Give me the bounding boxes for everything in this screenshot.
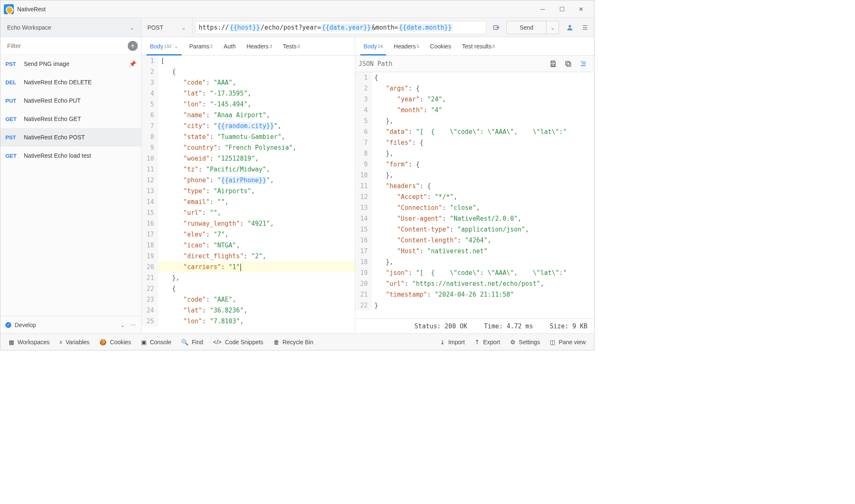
- response-tab-headers[interactable]: Headers5: [389, 37, 424, 55]
- save-icon[interactable]: [546, 57, 561, 71]
- line-number: 11: [355, 181, 372, 192]
- panes-icon: ◫: [550, 339, 555, 345]
- code-line: 7 "city": "{{random.city}}",: [142, 121, 355, 131]
- more-icon[interactable]: ⋯: [130, 322, 136, 328]
- url-variable: {{host}}: [229, 24, 261, 31]
- copy-icon[interactable]: [561, 57, 576, 71]
- http-method-value: POST: [147, 24, 163, 31]
- app-title: NativeRest: [17, 6, 46, 13]
- recycle-button[interactable]: 🗑Recycle Bin: [268, 334, 319, 350]
- code-line: 13 "Connection": "close",: [355, 202, 594, 213]
- svg-rect-5: [566, 61, 569, 65]
- request-tabs: Body192⌄Params2AuthHeaders3Tests8: [142, 37, 355, 55]
- gear-icon: ⚙: [510, 339, 516, 345]
- status-value: 200 OK: [445, 323, 467, 330]
- settings-button[interactable]: ⚙Settings: [505, 334, 545, 350]
- tab-label: Auth: [224, 43, 236, 50]
- tab-label: Headers: [246, 43, 268, 50]
- code-line: 19 "direct_flights": "2",: [142, 251, 355, 262]
- code-line: 22}: [355, 300, 594, 311]
- line-number: 5: [142, 99, 158, 110]
- jsonpath-input[interactable]: [359, 60, 546, 68]
- check-icon: ✓: [5, 322, 11, 328]
- response-tab-body[interactable]: Body24: [359, 37, 388, 55]
- request-bar: POST ⌄ https://{{host}}/echo/post?year={…: [142, 18, 594, 37]
- export-button[interactable]: ⤒Export: [470, 334, 505, 350]
- code-line: 20 "carriers": "1": [142, 262, 355, 272]
- line-number: 4: [355, 105, 372, 116]
- request-item[interactable]: DEL NativeRest Echo DELETE: [0, 73, 141, 91]
- import-icon: ⤓: [440, 339, 445, 345]
- variables-button[interactable]: xVariables: [55, 334, 95, 350]
- code-line: 15 "Content-type": "application/json",: [355, 224, 594, 235]
- url-text: &month=: [372, 24, 398, 31]
- line-number: 13: [142, 186, 158, 197]
- line-number: 20: [142, 262, 158, 272]
- filter-input[interactable]: [7, 42, 128, 49]
- tab-label: Tests: [283, 43, 297, 50]
- line-number: 1: [355, 72, 372, 83]
- console-button[interactable]: ▣Console: [136, 334, 176, 350]
- window-minimize-button[interactable]: ─: [533, 3, 552, 16]
- request-method: GET: [5, 153, 24, 159]
- request-pane: Body192⌄Params2AuthHeaders3Tests8 1[2 {3…: [142, 37, 355, 333]
- code-line: 17 "Host": "nativerest.net": [355, 246, 594, 257]
- window-close-button[interactable]: ✕: [572, 3, 591, 16]
- hamburger-menu-button[interactable]: ☰: [577, 21, 592, 34]
- response-body-viewer[interactable]: 1{2 "args": {3 "year": "24",4 "month": "…: [355, 72, 594, 318]
- request-item[interactable]: PUT NativeRest Echo PUT: [0, 91, 141, 110]
- cookie-icon: 🍪: [99, 339, 106, 345]
- response-pane: Body24Headers5CookiesTest results8 1{2 "…: [355, 37, 594, 333]
- response-tab-cookies[interactable]: Cookies: [425, 37, 456, 55]
- request-item[interactable]: PST Send PNG image 📌: [0, 55, 141, 73]
- code-line: 20 "url": "https://nativerest.net/echo/p…: [355, 278, 594, 289]
- line-number: 19: [355, 267, 372, 278]
- find-button[interactable]: 🔍Find: [176, 334, 208, 350]
- line-number: 12: [355, 192, 372, 202]
- format-icon[interactable]: [576, 57, 591, 71]
- workspace-selector[interactable]: Echo Workspace ⌄: [0, 18, 141, 37]
- environment-name: Develop: [15, 322, 36, 328]
- line-number: 2: [142, 66, 158, 77]
- export-icon: ⤒: [475, 339, 480, 345]
- status-label: Status:: [415, 323, 441, 330]
- request-tab-body[interactable]: Body192⌄: [145, 37, 183, 55]
- line-number: 12: [142, 175, 158, 186]
- http-method-selector[interactable]: POST ⌄: [142, 18, 192, 37]
- search-icon: 🔍: [181, 339, 188, 345]
- request-tab-auth[interactable]: Auth: [219, 37, 241, 55]
- link-icon[interactable]: [489, 21, 504, 34]
- response-tab-tests[interactable]: Test results8: [457, 37, 500, 55]
- filter-bar: +: [0, 37, 141, 55]
- url-input[interactable]: https://{{host}}/echo/post?year={{date.y…: [195, 21, 486, 34]
- window-maximize-button[interactable]: ☐: [552, 3, 572, 16]
- line-number: 21: [355, 289, 372, 300]
- request-name: NativeRest Echo DELETE: [24, 79, 136, 86]
- tab-badge: 24: [378, 44, 383, 49]
- chevron-down-icon: ⌄: [181, 24, 186, 31]
- send-dropdown-button[interactable]: ⌄: [546, 21, 559, 34]
- send-button[interactable]: Send: [506, 21, 546, 34]
- environment-selector[interactable]: ✓ Develop ⌄ ⋯: [0, 316, 141, 333]
- import-button[interactable]: ⤓Import: [435, 334, 470, 350]
- request-name: NativeRest Echo POST: [24, 134, 136, 141]
- request-tab-params[interactable]: Params2: [184, 37, 218, 55]
- user-icon[interactable]: [562, 21, 577, 34]
- request-item[interactable]: GET NativeRest Echo GET: [0, 110, 141, 128]
- request-body-editor[interactable]: 1[2 {3 "code": "AAA",4 "lat": "-17.3595"…: [142, 55, 355, 333]
- code-line: 3 "year": "24",: [355, 94, 594, 105]
- code-line: 17 "elev": "7",: [142, 229, 355, 240]
- line-number: 14: [142, 197, 158, 207]
- paneview-button[interactable]: ◫Pane view: [545, 334, 591, 350]
- request-item[interactable]: GET NativeRest Echo load test: [0, 146, 141, 165]
- line-number: 13: [355, 202, 372, 213]
- line-number: 22: [142, 283, 158, 294]
- add-request-button[interactable]: +: [128, 41, 138, 51]
- workspaces-button[interactable]: ▦Workspaces: [4, 334, 55, 350]
- request-tab-headers[interactable]: Headers3: [241, 37, 277, 55]
- cookies-button[interactable]: 🍪Cookies: [94, 334, 136, 350]
- request-item[interactable]: PST NativeRest Echo POST: [0, 128, 141, 146]
- request-tab-tests[interactable]: Tests8: [278, 37, 305, 55]
- snippets-button[interactable]: </>Code Snippets: [208, 334, 268, 350]
- tab-badge: 5: [417, 44, 419, 49]
